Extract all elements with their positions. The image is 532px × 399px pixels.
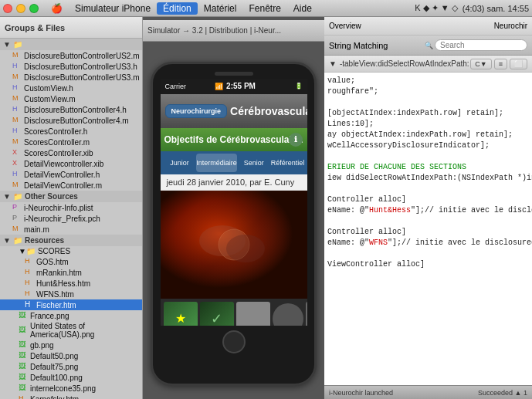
code-line: Lines:10]; bbox=[327, 119, 529, 130]
iphone-nav-back-button[interactable]: Neurochirurgie bbox=[165, 104, 228, 118]
check-icon: ✓ bbox=[211, 310, 222, 326]
simulator-area: Simulator → 3.2 | Distribution | i-Neur.… bbox=[143, 17, 324, 399]
list-item[interactable]: 🖼 Default50.png bbox=[0, 350, 142, 361]
list-item[interactable]: M DetailViewController.m bbox=[0, 180, 142, 191]
thumbnail-star[interactable]: ★ bbox=[164, 302, 198, 326]
list-item[interactable]: H Hunt&Hess.htm bbox=[0, 278, 142, 289]
list-item[interactable]: M ScoresController.m bbox=[0, 137, 142, 147]
iphone-home-button[interactable] bbox=[222, 330, 246, 353]
list-item-selected[interactable]: H Fischer.htm bbox=[0, 299, 142, 310]
menubar-apple[interactable]: 🍎 bbox=[45, 3, 69, 14]
list-item[interactable]: H CustomView.h bbox=[0, 83, 142, 93]
list-item[interactable]: M DisclosureButtonControllerUS2.m bbox=[0, 50, 142, 61]
format-button[interactable]: ≡ bbox=[494, 59, 507, 69]
file-icon-html: H bbox=[25, 279, 34, 288]
string-matching-label: String Matching bbox=[329, 41, 388, 50]
thumbnail-3[interactable] bbox=[236, 302, 270, 326]
code-editor[interactable]: value; roughfare"; [objectAtIndex:indexP… bbox=[324, 73, 532, 385]
triangle-icon: ▼ bbox=[3, 40, 11, 49]
list-item[interactable]: H mRankin.htm bbox=[0, 267, 142, 278]
list-item[interactable]: M main.m bbox=[0, 224, 142, 235]
sidebar-scores-folder[interactable]: ▼ 📁 SCORES bbox=[0, 246, 142, 256]
iphone-segment-bar[interactable]: Junior Intermédiaire Senior Référentiel bbox=[161, 151, 307, 174]
sidebar-scroll[interactable]: ▼ 📁 M DisclosureButtonControllerUS2.m H … bbox=[0, 39, 142, 399]
list-item[interactable]: 🖼 France.png bbox=[0, 310, 142, 321]
sidebar-toolbar: Groups & Files bbox=[0, 17, 142, 39]
editor-top-toolbar: Overview Neurochir bbox=[324, 17, 532, 36]
list-item[interactable]: X DetailViewcontroller.xib bbox=[0, 158, 142, 169]
iphone-green-bar: Objectifs de Cérébrovasculaire. ℹ bbox=[161, 128, 307, 151]
expand-button[interactable]: ⬜ bbox=[510, 59, 527, 69]
c-button[interactable]: C▼ bbox=[470, 59, 491, 69]
menubar-edition[interactable]: Édition bbox=[157, 2, 198, 15]
list-item[interactable]: 🖼 Default75.png bbox=[0, 361, 142, 372]
search-input[interactable] bbox=[435, 39, 527, 51]
segment-junior[interactable]: Junior bbox=[163, 154, 197, 172]
list-item[interactable]: H GOS.htm bbox=[0, 256, 142, 267]
menubar-status: K ◆ ✦ ▼ ◇ bbox=[415, 3, 457, 13]
breadcrumb-bar: ▼ -tableView:didSelectRowAtIndexPath: C▼… bbox=[324, 56, 532, 73]
list-item[interactable]: H DetailViewController.h bbox=[0, 169, 142, 180]
list-item[interactable]: H Karnofsky.htm bbox=[0, 394, 142, 399]
file-icon-m: M bbox=[12, 73, 22, 82]
menubar-fenetre[interactable]: Fenêtre bbox=[242, 3, 286, 14]
list-item[interactable]: H WFNS.htm bbox=[0, 289, 142, 299]
thumbnail-5[interactable] bbox=[306, 302, 307, 326]
list-item[interactable]: X ScoresController.xib bbox=[0, 147, 142, 158]
window-controls[interactable] bbox=[3, 4, 39, 13]
file-icon-xib: X bbox=[12, 148, 22, 157]
list-item[interactable]: H DisclosureButtonController4.h bbox=[0, 104, 142, 115]
code-line: ay objectAtIndex:indexPath.row] retain]; bbox=[327, 130, 529, 140]
list-item[interactable]: M DisclosureButtonControllerUS3.m bbox=[0, 72, 142, 83]
iphone-speaker bbox=[215, 72, 253, 76]
thumbnail-2[interactable]: ✓ bbox=[200, 302, 234, 326]
menubar-app[interactable]: Simulateur iPhone bbox=[69, 3, 157, 14]
segment-referentiel[interactable]: Référentiel bbox=[271, 154, 305, 172]
list-item[interactable]: P i-Neurochir_Prefix.pch bbox=[0, 213, 142, 224]
file-icon-m: M bbox=[12, 225, 22, 234]
file-icon-png: 🖼 bbox=[19, 384, 28, 393]
file-icon-m: M bbox=[12, 116, 22, 125]
iphone-video-content bbox=[161, 191, 307, 299]
list-item[interactable]: P i-Neurochir-Info.plist bbox=[0, 202, 142, 213]
battery-icon: 🔋 bbox=[256, 83, 303, 90]
list-item[interactable]: M CustomView.m bbox=[0, 93, 142, 104]
thumbnail-4[interactable] bbox=[273, 303, 303, 326]
sidebar-section-other[interactable]: ▼ 📁 Other Sources bbox=[0, 191, 142, 202]
search-bar: String Matching 🔍 bbox=[324, 36, 532, 56]
segment-senior[interactable]: Senior bbox=[237, 154, 271, 172]
menubar-aide[interactable]: Aide bbox=[287, 3, 318, 14]
list-item[interactable]: H DisclosureButtonControllerUS3.h bbox=[0, 61, 142, 72]
close-button[interactable] bbox=[3, 4, 12, 13]
file-icon-html: H bbox=[25, 268, 34, 277]
sidebar-section-resources[interactable]: ▼ 📁 Resources bbox=[0, 235, 142, 246]
iphone-thumbnails[interactable]: ★ ✓ bbox=[161, 299, 307, 326]
triangle-icon: ▼ bbox=[19, 247, 26, 255]
wifi-icon: 📶 bbox=[215, 83, 223, 90]
triangle-icon: ▼ bbox=[3, 192, 11, 201]
folder-icon: 📁 bbox=[26, 247, 36, 255]
sidebar-section-files[interactable]: ▼ 📁 bbox=[0, 39, 142, 50]
list-item[interactable]: 🖼 gb.png bbox=[0, 340, 142, 350]
dropdown-icon[interactable]: ▼ bbox=[329, 59, 337, 68]
code-line: [objectAtIndex:indexPath.row] retain]; bbox=[327, 108, 529, 119]
iphone-nav-title: Cérébrovasculaire bbox=[230, 105, 307, 117]
list-item[interactable]: 🖼 internelcone35.png bbox=[0, 383, 142, 394]
segment-intermediaire[interactable]: Intermédiaire bbox=[196, 154, 237, 172]
list-item[interactable]: H ScoresController.h bbox=[0, 126, 142, 137]
minimize-button[interactable] bbox=[16, 4, 25, 13]
iphone-video-area[interactable] bbox=[161, 191, 307, 299]
maximize-button[interactable] bbox=[29, 4, 39, 13]
iphone-screen[interactable]: Carrier 📶 2:55 PM 🔋 Neurochirurgie Céréb… bbox=[161, 79, 307, 326]
green-info-button[interactable]: ℹ bbox=[289, 133, 303, 147]
menubar-right: K ◆ ✦ ▼ ◇ (4:03) sam. 14:55 bbox=[415, 3, 529, 13]
menubar-materiel[interactable]: Matériel bbox=[198, 3, 243, 14]
file-icon-xib: X bbox=[12, 159, 22, 168]
file-icon-h: H bbox=[12, 127, 22, 136]
file-icon-h: H bbox=[12, 62, 22, 71]
code-line bbox=[327, 249, 529, 259]
list-item[interactable]: 🖼 Default100.png bbox=[0, 372, 142, 383]
code-line: Controller alloc] bbox=[327, 227, 529, 238]
list-item[interactable]: 🖼 United States of America(USA).png bbox=[0, 321, 142, 340]
list-item[interactable]: M DisclosureButtonController4.m bbox=[0, 115, 142, 126]
